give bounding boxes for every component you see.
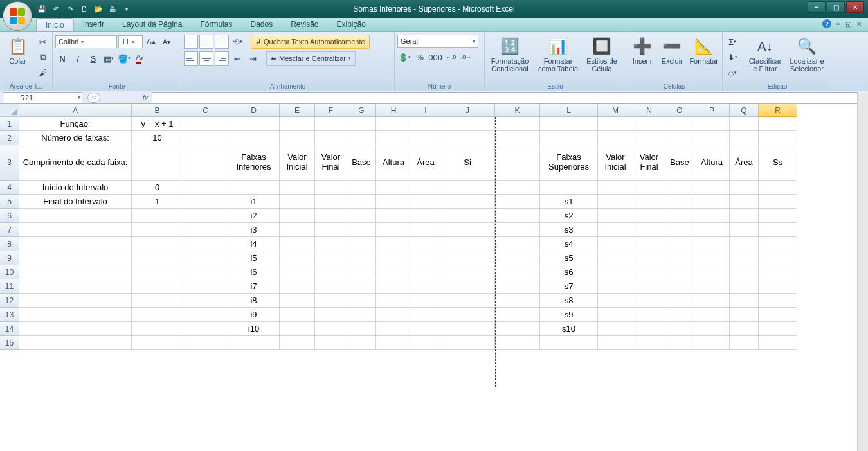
- cell[interactable]: [315, 251, 347, 265]
- cell[interactable]: [633, 209, 665, 223]
- cell[interactable]: [183, 145, 228, 181]
- font-size-combo[interactable]: 11▾: [118, 35, 143, 48]
- cell[interactable]: [183, 117, 228, 131]
- cell[interactable]: [411, 117, 440, 131]
- cell[interactable]: [19, 279, 132, 294]
- font-name-combo[interactable]: Calibri▾: [55, 35, 117, 48]
- fill-icon[interactable]: ⬇▾: [725, 50, 739, 64]
- cell[interactable]: [598, 195, 633, 209]
- cell[interactable]: [183, 265, 228, 279]
- cell[interactable]: [633, 279, 665, 294]
- cell[interactable]: [633, 117, 665, 131]
- cell[interactable]: [411, 251, 440, 265]
- paste-button[interactable]: 📋 Colar: [3, 35, 33, 67]
- cut-icon[interactable]: ✂: [35, 35, 50, 49]
- cell[interactable]: [440, 265, 495, 279]
- cell[interactable]: Final do Intervalo: [19, 195, 132, 209]
- tab-início[interactable]: Início: [36, 18, 74, 31]
- align-left-icon[interactable]: [184, 51, 198, 66]
- new-icon[interactable]: 🗋: [78, 3, 90, 15]
- cell[interactable]: i8: [228, 294, 280, 308]
- cell[interactable]: [280, 195, 315, 209]
- cell[interactable]: [540, 131, 598, 145]
- tab-fórmulas[interactable]: Fórmulas: [191, 18, 241, 31]
- cell[interactable]: [132, 336, 183, 350]
- cell[interactable]: [633, 265, 665, 279]
- cell[interactable]: [315, 181, 347, 195]
- cell[interactable]: [598, 131, 633, 145]
- copy-icon[interactable]: ⧉: [35, 50, 50, 64]
- help-icon[interactable]: ?: [822, 19, 831, 28]
- cell[interactable]: [280, 117, 315, 131]
- increase-decimal-icon[interactable]: ←.0: [444, 50, 458, 64]
- cell[interactable]: [440, 117, 495, 131]
- cell[interactable]: [376, 237, 411, 251]
- align-right-icon[interactable]: [215, 51, 229, 66]
- cell[interactable]: [315, 131, 347, 145]
- tab-dados[interactable]: Dados: [241, 18, 282, 31]
- clear-icon[interactable]: ◇▾: [725, 66, 739, 80]
- cell[interactable]: [132, 223, 183, 237]
- cell[interactable]: [730, 117, 759, 131]
- cell[interactable]: [347, 223, 376, 237]
- cell[interactable]: [19, 265, 132, 279]
- column-header[interactable]: J: [440, 104, 495, 117]
- cell[interactable]: [19, 209, 132, 223]
- cell[interactable]: [598, 294, 633, 308]
- cell[interactable]: [315, 223, 347, 237]
- column-header[interactable]: Q: [730, 104, 759, 117]
- cell[interactable]: [540, 117, 598, 131]
- fill-color-icon[interactable]: 🪣▾: [117, 51, 131, 66]
- cell[interactable]: i4: [228, 237, 280, 251]
- cell[interactable]: [730, 131, 759, 145]
- cell[interactable]: [347, 181, 376, 195]
- increase-indent-icon[interactable]: ⇥: [246, 51, 260, 66]
- cell[interactable]: [665, 336, 694, 350]
- cell[interactable]: s5: [540, 251, 598, 265]
- cell[interactable]: [440, 195, 495, 209]
- row-header[interactable]: 9: [0, 251, 19, 265]
- tab-layout-da-página[interactable]: Layout da Página: [113, 18, 191, 31]
- cell[interactable]: [694, 195, 730, 209]
- cell[interactable]: [665, 265, 694, 279]
- cell[interactable]: [633, 181, 665, 195]
- row-header[interactable]: 4: [0, 181, 19, 195]
- cell[interactable]: [376, 195, 411, 209]
- cell[interactable]: [280, 237, 315, 251]
- cell[interactable]: [376, 265, 411, 279]
- cell[interactable]: [759, 209, 797, 223]
- cell[interactable]: [495, 279, 540, 294]
- row-header[interactable]: 8: [0, 237, 19, 251]
- find-select-button[interactable]: 🔍Localizar e Selecionar: [787, 35, 827, 74]
- tab-exibição[interactable]: Exibição: [328, 18, 375, 31]
- column-header[interactable]: N: [633, 104, 665, 117]
- cell[interactable]: [347, 294, 376, 308]
- merge-center-button[interactable]: ⬌Mesclar e Centralizar▾: [266, 51, 356, 66]
- cell[interactable]: [759, 322, 797, 336]
- column-header[interactable]: E: [280, 104, 315, 117]
- cell[interactable]: Início do Intervalo: [19, 181, 132, 195]
- cell[interactable]: [315, 237, 347, 251]
- cell[interactable]: [694, 308, 730, 322]
- cell[interactable]: [132, 251, 183, 265]
- vertical-scrollbar[interactable]: [857, 93, 868, 451]
- cell[interactable]: s4: [540, 237, 598, 251]
- row-header[interactable]: 5: [0, 195, 19, 209]
- cell[interactable]: [315, 117, 347, 131]
- close-button[interactable]: ✕: [846, 1, 864, 13]
- italic-button[interactable]: I: [71, 51, 85, 66]
- cell[interactable]: [495, 322, 540, 336]
- cell[interactable]: [759, 195, 797, 209]
- cell[interactable]: [132, 294, 183, 308]
- column-header[interactable]: R: [759, 104, 797, 117]
- cell[interactable]: [411, 265, 440, 279]
- qat-more-icon[interactable]: ▾: [121, 3, 132, 15]
- cell[interactable]: [598, 209, 633, 223]
- cell[interactable]: [633, 131, 665, 145]
- cell[interactable]: y = x + 1: [132, 117, 183, 131]
- cell[interactable]: [315, 336, 347, 350]
- cell[interactable]: [376, 223, 411, 237]
- cell[interactable]: [132, 279, 183, 294]
- cell[interactable]: [411, 209, 440, 223]
- font-color-icon[interactable]: A▾: [132, 51, 147, 66]
